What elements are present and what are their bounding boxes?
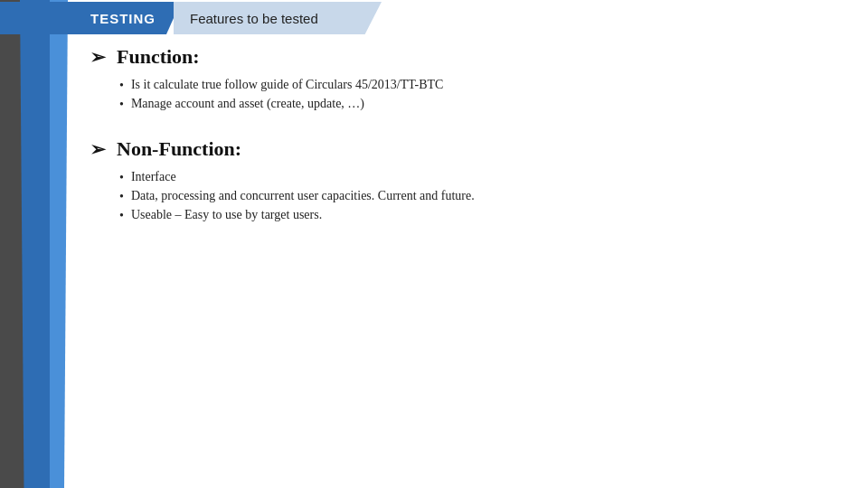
testing-label: TESTING: [90, 11, 156, 26]
sidebar: [0, 0, 81, 488]
main-content: ➢ Function: • Is it calculate true follo…: [90, 45, 841, 470]
non-function-bullet-2: Data, processing and concurrent user cap…: [131, 189, 475, 203]
header: TESTING Features to be tested: [0, 0, 868, 36]
list-item: • Manage account and asset (create, upda…: [119, 97, 841, 112]
list-item: • Data, processing and concurrent user c…: [119, 189, 841, 204]
function-bullet-list: • Is it calculate true follow guide of C…: [90, 78, 841, 112]
non-function-bullet-list: • Interface • Data, processing and concu…: [90, 170, 841, 223]
list-item: • Useable – Easy to use by target users.: [119, 208, 841, 223]
non-function-bullet-arrow: ➢: [90, 138, 106, 160]
function-bullet-2: Manage account and asset (create, update…: [131, 97, 364, 111]
function-bullet-arrow: ➢: [90, 46, 106, 68]
bullet-dot-2: •: [119, 98, 124, 112]
bullet-dot-3: •: [119, 171, 124, 185]
function-title: ➢ Function:: [90, 45, 841, 69]
bullet-dot-1: •: [119, 79, 124, 93]
function-bullet-1: Is it calculate true follow guide of Cir…: [131, 78, 444, 92]
list-item: • Is it calculate true follow guide of C…: [119, 78, 841, 93]
non-function-bullet-1: Interface: [131, 170, 176, 184]
bullet-dot-4: •: [119, 190, 124, 204]
features-label: Features to be tested: [190, 11, 318, 26]
non-function-title-text: Non-Function:: [117, 137, 241, 161]
non-function-title: ➢ Non-Function:: [90, 137, 841, 161]
function-title-text: Function:: [117, 45, 200, 69]
list-item: • Interface: [119, 170, 841, 185]
header-testing-block: TESTING: [0, 2, 181, 34]
function-section: ➢ Function: • Is it calculate true follo…: [90, 45, 841, 112]
non-function-bullet-3: Useable – Easy to use by target users.: [131, 208, 322, 222]
non-function-section: ➢ Non-Function: • Interface • Data, proc…: [90, 137, 841, 223]
header-features-block: Features to be tested: [174, 2, 382, 34]
bullet-dot-5: •: [119, 209, 124, 223]
sidebar-blue-light: [50, 0, 68, 488]
